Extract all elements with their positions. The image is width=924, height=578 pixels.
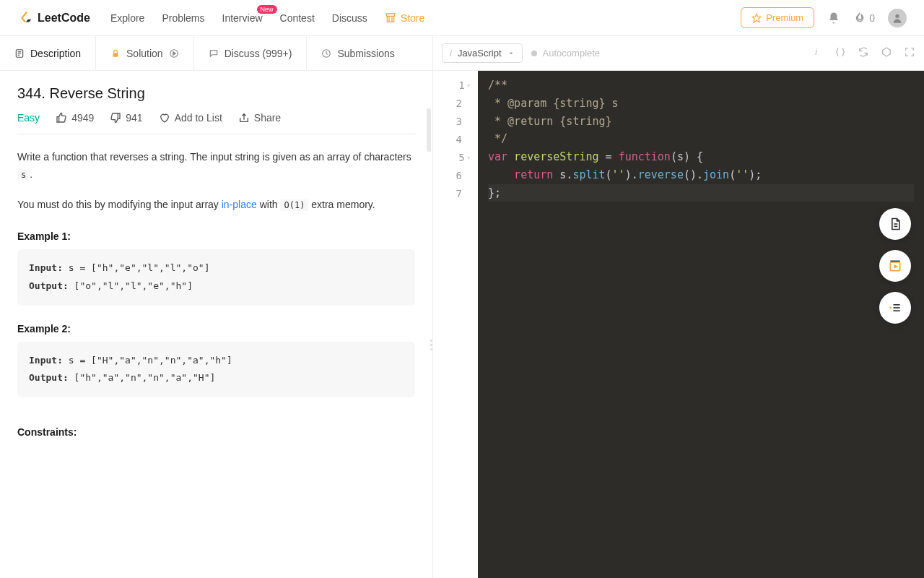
svg-marker-15 xyxy=(894,265,897,267)
nav-problems[interactable]: Problems xyxy=(162,12,204,24)
nav-contest[interactable]: Contest xyxy=(280,12,315,24)
thumbs-up-icon xyxy=(56,112,67,124)
description-p2: You must do this by modifying the input … xyxy=(17,197,415,214)
constraints-heading: Constraints: xyxy=(17,426,415,438)
svg-point-1 xyxy=(895,14,899,17)
user-icon xyxy=(892,12,903,24)
tab-description-label: Description xyxy=(30,48,81,59)
premium-button[interactable]: Premium xyxy=(741,7,814,28)
reset-icon xyxy=(858,46,869,58)
nav-store-label: Store xyxy=(401,12,424,24)
example-1-block: Input: s = ["h","e","l","l","o"] Output:… xyxy=(17,249,415,305)
add-to-list-label: Add to List xyxy=(175,112,222,124)
store-icon xyxy=(385,12,396,24)
description-p1: Write a function that reverses a string.… xyxy=(17,149,415,184)
heart-icon xyxy=(159,112,170,124)
svg-marker-19 xyxy=(890,306,892,309)
share-label: Share xyxy=(254,112,281,124)
problem-meta: Easy 4949 941 Add to List Share xyxy=(17,112,415,134)
tab-solution[interactable]: Solution xyxy=(96,36,194,70)
chevron-down-icon xyxy=(507,50,515,57)
nav-interview[interactable]: Interview New xyxy=(222,12,263,24)
language-label: JavaScript xyxy=(458,48,502,59)
split-handle[interactable] xyxy=(430,340,432,350)
discuss-icon xyxy=(209,48,219,59)
thumbs-down-icon xyxy=(110,112,121,124)
code-editor[interactable]: 1▾ 2 3 4 5▾ 6 7 /** * @param {string} s … xyxy=(433,71,924,578)
app-header: LeetCode Explore Problems Interview New … xyxy=(0,0,924,36)
autocomplete-label: Autocomplete xyxy=(543,48,601,59)
settings-button[interactable] xyxy=(881,46,892,61)
brackets-button[interactable] xyxy=(834,46,846,61)
downvote-count: 941 xyxy=(126,112,142,124)
in-place-link[interactable]: in-place xyxy=(222,199,257,210)
tab-submissions[interactable]: Submissions xyxy=(307,36,409,70)
streak-button[interactable]: 0 xyxy=(853,12,875,25)
document-icon xyxy=(888,217,902,231)
main-nav: Explore Problems Interview New Contest D… xyxy=(110,12,424,24)
notes-float-button[interactable] xyxy=(879,208,911,240)
code-area[interactable]: /** * @param {string} s * @return {strin… xyxy=(478,71,924,578)
new-badge: New xyxy=(257,5,277,14)
language-select[interactable]: i JavaScript xyxy=(442,43,523,63)
bell-icon xyxy=(827,12,840,25)
notifications-button[interactable] xyxy=(827,12,840,25)
header-right: Premium 0 xyxy=(741,7,907,28)
lock-icon xyxy=(110,48,121,59)
example-2-heading: Example 2: xyxy=(17,323,415,335)
svg-marker-11 xyxy=(883,48,891,56)
fullscreen-icon xyxy=(904,46,915,58)
streak-count: 0 xyxy=(869,12,875,24)
scroll-thumb[interactable] xyxy=(427,108,431,152)
tab-discuss[interactable]: Discuss (999+) xyxy=(194,36,308,70)
add-to-list-button[interactable]: Add to List xyxy=(159,112,222,124)
logo[interactable]: LeetCode xyxy=(17,10,90,26)
info-i-icon: i xyxy=(450,48,452,59)
tab-description[interactable]: Description xyxy=(0,36,96,70)
nav-store[interactable]: Store xyxy=(385,12,424,24)
share-icon xyxy=(238,112,250,124)
fullscreen-button[interactable] xyxy=(904,46,915,61)
premium-label: Premium xyxy=(766,12,803,23)
line-gutter: 1▾ 2 3 4 5▾ 6 7 xyxy=(433,71,478,578)
main-split: Description Solution Discuss (999+) Subm… xyxy=(0,36,924,578)
tab-submissions-label: Submissions xyxy=(337,48,394,59)
float-buttons xyxy=(879,208,911,324)
status-dot-icon xyxy=(531,51,537,56)
hints-float-button[interactable] xyxy=(879,292,911,324)
list-icon xyxy=(888,301,902,315)
upvote-button[interactable]: 4949 xyxy=(56,112,94,124)
problem-tabs: Description Solution Discuss (999+) Subm… xyxy=(0,36,432,71)
svg-text:i: i xyxy=(815,47,817,57)
autocomplete-toggle[interactable]: Autocomplete xyxy=(531,48,601,59)
editor-toolbar: i JavaScript Autocomplete i xyxy=(433,36,924,71)
editor-toolbar-right: i xyxy=(811,46,915,61)
video-float-button[interactable] xyxy=(879,250,911,282)
fire-icon xyxy=(853,12,866,25)
nav-explore[interactable]: Explore xyxy=(110,12,144,24)
problem-panel: Description Solution Discuss (999+) Subm… xyxy=(0,36,433,578)
info-icon: i xyxy=(811,46,823,58)
example-2-block: Input: s = ["H","a","n","n","a","h"] Out… xyxy=(17,342,415,397)
nav-interview-label: Interview xyxy=(222,12,263,24)
star-icon xyxy=(751,13,762,23)
example-1-heading: Example 1: xyxy=(17,230,415,242)
fold-icon[interactable]: ▾ xyxy=(467,80,471,91)
nav-discuss[interactable]: Discuss xyxy=(332,12,367,24)
play-circle-icon xyxy=(169,48,179,59)
reset-button[interactable] xyxy=(858,46,869,61)
brackets-icon xyxy=(834,46,846,58)
downvote-button[interactable]: 941 xyxy=(110,112,142,124)
fold-icon[interactable]: ▾ xyxy=(467,152,471,163)
problem-content: 344. Reverse String Easy 4949 941 Add to… xyxy=(0,71,432,578)
clock-icon xyxy=(321,48,331,59)
tab-discuss-label: Discuss (999+) xyxy=(225,48,292,59)
user-avatar[interactable] xyxy=(888,9,907,27)
svg-marker-0 xyxy=(752,14,761,22)
share-button[interactable]: Share xyxy=(238,112,281,124)
svg-rect-6 xyxy=(113,53,118,56)
info-button[interactable]: i xyxy=(811,46,823,61)
leetcode-icon xyxy=(17,10,33,26)
difficulty-badge: Easy xyxy=(17,112,40,124)
editor-panel: i JavaScript Autocomplete i 1▾ 2 3 4 xyxy=(433,36,924,578)
